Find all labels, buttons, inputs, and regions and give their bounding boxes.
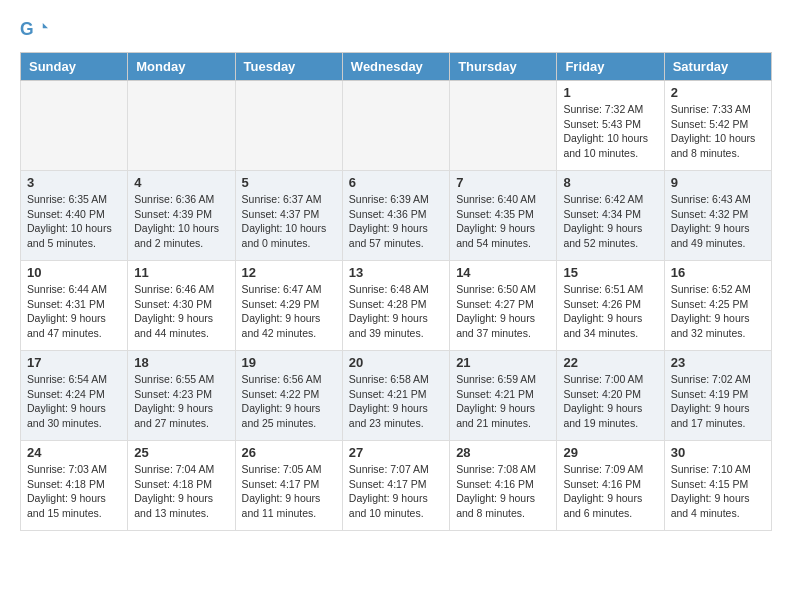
day-number: 17 (27, 355, 121, 370)
day-number: 3 (27, 175, 121, 190)
calendar-cell: 29Sunrise: 7:09 AM Sunset: 4:16 PM Dayli… (557, 441, 664, 531)
day-info: Sunrise: 6:51 AM Sunset: 4:26 PM Dayligh… (563, 282, 657, 341)
weekday-header: Monday (128, 53, 235, 81)
day-number: 12 (242, 265, 336, 280)
day-number: 14 (456, 265, 550, 280)
day-number: 23 (671, 355, 765, 370)
calendar-cell (128, 81, 235, 171)
day-number: 22 (563, 355, 657, 370)
weekday-header: Saturday (664, 53, 771, 81)
day-info: Sunrise: 7:00 AM Sunset: 4:20 PM Dayligh… (563, 372, 657, 431)
calendar-cell: 1Sunrise: 7:32 AM Sunset: 5:43 PM Daylig… (557, 81, 664, 171)
day-info: Sunrise: 6:37 AM Sunset: 4:37 PM Dayligh… (242, 192, 336, 251)
calendar-week-row: 17Sunrise: 6:54 AM Sunset: 4:24 PM Dayli… (21, 351, 772, 441)
svg-text:G: G (20, 19, 34, 39)
calendar-cell: 27Sunrise: 7:07 AM Sunset: 4:17 PM Dayli… (342, 441, 449, 531)
day-number: 26 (242, 445, 336, 460)
day-number: 8 (563, 175, 657, 190)
calendar-cell: 2Sunrise: 7:33 AM Sunset: 5:42 PM Daylig… (664, 81, 771, 171)
day-info: Sunrise: 6:55 AM Sunset: 4:23 PM Dayligh… (134, 372, 228, 431)
day-number: 13 (349, 265, 443, 280)
day-info: Sunrise: 6:56 AM Sunset: 4:22 PM Dayligh… (242, 372, 336, 431)
day-number: 10 (27, 265, 121, 280)
day-info: Sunrise: 7:05 AM Sunset: 4:17 PM Dayligh… (242, 462, 336, 521)
calendar-cell: 30Sunrise: 7:10 AM Sunset: 4:15 PM Dayli… (664, 441, 771, 531)
day-info: Sunrise: 6:47 AM Sunset: 4:29 PM Dayligh… (242, 282, 336, 341)
day-info: Sunrise: 7:09 AM Sunset: 4:16 PM Dayligh… (563, 462, 657, 521)
calendar-cell: 23Sunrise: 7:02 AM Sunset: 4:19 PM Dayli… (664, 351, 771, 441)
day-info: Sunrise: 7:02 AM Sunset: 4:19 PM Dayligh… (671, 372, 765, 431)
day-number: 18 (134, 355, 228, 370)
calendar-cell: 11Sunrise: 6:46 AM Sunset: 4:30 PM Dayli… (128, 261, 235, 351)
calendar-cell: 16Sunrise: 6:52 AM Sunset: 4:25 PM Dayli… (664, 261, 771, 351)
day-info: Sunrise: 6:36 AM Sunset: 4:39 PM Dayligh… (134, 192, 228, 251)
weekday-header: Thursday (450, 53, 557, 81)
day-number: 16 (671, 265, 765, 280)
day-number: 1 (563, 85, 657, 100)
weekday-header: Wednesday (342, 53, 449, 81)
day-number: 4 (134, 175, 228, 190)
day-info: Sunrise: 7:33 AM Sunset: 5:42 PM Dayligh… (671, 102, 765, 161)
day-info: Sunrise: 6:48 AM Sunset: 4:28 PM Dayligh… (349, 282, 443, 341)
day-info: Sunrise: 6:43 AM Sunset: 4:32 PM Dayligh… (671, 192, 765, 251)
calendar-cell: 17Sunrise: 6:54 AM Sunset: 4:24 PM Dayli… (21, 351, 128, 441)
calendar-cell: 26Sunrise: 7:05 AM Sunset: 4:17 PM Dayli… (235, 441, 342, 531)
weekday-header: Friday (557, 53, 664, 81)
day-info: Sunrise: 6:35 AM Sunset: 4:40 PM Dayligh… (27, 192, 121, 251)
calendar-cell: 5Sunrise: 6:37 AM Sunset: 4:37 PM Daylig… (235, 171, 342, 261)
day-number: 2 (671, 85, 765, 100)
weekday-header: Tuesday (235, 53, 342, 81)
calendar-cell: 10Sunrise: 6:44 AM Sunset: 4:31 PM Dayli… (21, 261, 128, 351)
calendar-cell: 21Sunrise: 6:59 AM Sunset: 4:21 PM Dayli… (450, 351, 557, 441)
day-info: Sunrise: 6:40 AM Sunset: 4:35 PM Dayligh… (456, 192, 550, 251)
day-number: 25 (134, 445, 228, 460)
calendar-cell: 6Sunrise: 6:39 AM Sunset: 4:36 PM Daylig… (342, 171, 449, 261)
calendar-cell: 3Sunrise: 6:35 AM Sunset: 4:40 PM Daylig… (21, 171, 128, 261)
calendar-cell: 8Sunrise: 6:42 AM Sunset: 4:34 PM Daylig… (557, 171, 664, 261)
calendar-cell: 15Sunrise: 6:51 AM Sunset: 4:26 PM Dayli… (557, 261, 664, 351)
day-number: 27 (349, 445, 443, 460)
day-info: Sunrise: 6:44 AM Sunset: 4:31 PM Dayligh… (27, 282, 121, 341)
calendar-table: SundayMondayTuesdayWednesdayThursdayFrid… (20, 52, 772, 531)
day-number: 5 (242, 175, 336, 190)
calendar-cell: 24Sunrise: 7:03 AM Sunset: 4:18 PM Dayli… (21, 441, 128, 531)
day-info: Sunrise: 7:08 AM Sunset: 4:16 PM Dayligh… (456, 462, 550, 521)
calendar-cell: 7Sunrise: 6:40 AM Sunset: 4:35 PM Daylig… (450, 171, 557, 261)
calendar-cell: 12Sunrise: 6:47 AM Sunset: 4:29 PM Dayli… (235, 261, 342, 351)
calendar-cell (342, 81, 449, 171)
day-number: 15 (563, 265, 657, 280)
calendar-cell: 20Sunrise: 6:58 AM Sunset: 4:21 PM Dayli… (342, 351, 449, 441)
day-info: Sunrise: 6:39 AM Sunset: 4:36 PM Dayligh… (349, 192, 443, 251)
calendar-cell: 25Sunrise: 7:04 AM Sunset: 4:18 PM Dayli… (128, 441, 235, 531)
day-info: Sunrise: 6:54 AM Sunset: 4:24 PM Dayligh… (27, 372, 121, 431)
day-number: 9 (671, 175, 765, 190)
calendar-cell: 28Sunrise: 7:08 AM Sunset: 4:16 PM Dayli… (450, 441, 557, 531)
day-info: Sunrise: 7:04 AM Sunset: 4:18 PM Dayligh… (134, 462, 228, 521)
day-number: 19 (242, 355, 336, 370)
day-number: 24 (27, 445, 121, 460)
calendar-week-row: 10Sunrise: 6:44 AM Sunset: 4:31 PM Dayli… (21, 261, 772, 351)
day-info: Sunrise: 6:42 AM Sunset: 4:34 PM Dayligh… (563, 192, 657, 251)
day-number: 28 (456, 445, 550, 460)
day-info: Sunrise: 7:03 AM Sunset: 4:18 PM Dayligh… (27, 462, 121, 521)
calendar-cell: 19Sunrise: 6:56 AM Sunset: 4:22 PM Dayli… (235, 351, 342, 441)
calendar-week-row: 24Sunrise: 7:03 AM Sunset: 4:18 PM Dayli… (21, 441, 772, 531)
day-number: 6 (349, 175, 443, 190)
calendar-cell: 14Sunrise: 6:50 AM Sunset: 4:27 PM Dayli… (450, 261, 557, 351)
logo: G (20, 16, 50, 44)
day-number: 11 (134, 265, 228, 280)
day-info: Sunrise: 7:32 AM Sunset: 5:43 PM Dayligh… (563, 102, 657, 161)
day-number: 20 (349, 355, 443, 370)
calendar-cell (450, 81, 557, 171)
calendar-week-row: 1Sunrise: 7:32 AM Sunset: 5:43 PM Daylig… (21, 81, 772, 171)
day-number: 30 (671, 445, 765, 460)
day-info: Sunrise: 7:07 AM Sunset: 4:17 PM Dayligh… (349, 462, 443, 521)
calendar-cell (21, 81, 128, 171)
day-number: 7 (456, 175, 550, 190)
calendar-cell (235, 81, 342, 171)
calendar-cell: 22Sunrise: 7:00 AM Sunset: 4:20 PM Dayli… (557, 351, 664, 441)
day-info: Sunrise: 6:59 AM Sunset: 4:21 PM Dayligh… (456, 372, 550, 431)
calendar-cell: 13Sunrise: 6:48 AM Sunset: 4:28 PM Dayli… (342, 261, 449, 351)
calendar-week-row: 3Sunrise: 6:35 AM Sunset: 4:40 PM Daylig… (21, 171, 772, 261)
page-header: G (0, 0, 792, 52)
